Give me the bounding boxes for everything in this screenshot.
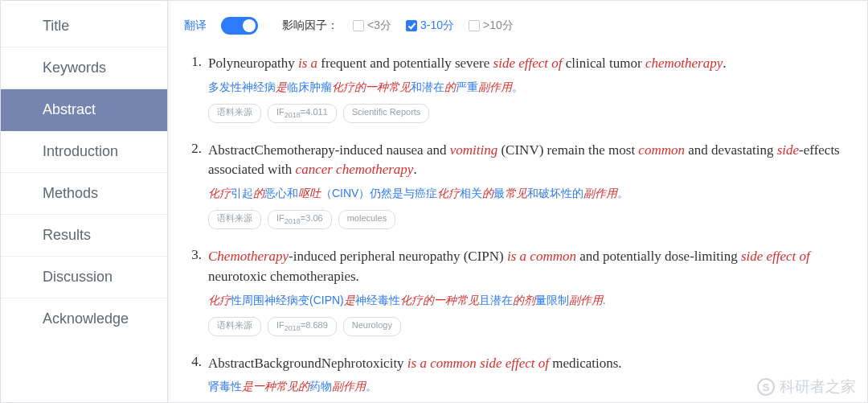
sidebar-item-acknowledge[interactable]: Acknowledge <box>1 298 167 339</box>
tag-if[interactable]: IF2018=4.011 <box>268 104 337 123</box>
tag-source[interactable]: 语料来源 <box>208 210 261 229</box>
watermark-text: 科研者之家 <box>780 376 856 397</box>
item-translation: 化疗引起的恶心和呕吐（CINV）仍然是与癌症化疗相关的最常见和破坏性的副作用。 <box>208 185 846 202</box>
filter-bar: 翻译 影响因子： <3分 3-10分 >10分 <box>184 17 846 35</box>
result-item: 1.Polyneuropathy is a frequent and poten… <box>184 54 846 123</box>
sidebar-item-discussion[interactable]: Discussion <box>1 257 167 298</box>
result-item: 4.AbstractBackgroundNephrotoxicity is a … <box>184 354 846 402</box>
translate-label: 翻译 <box>184 19 207 33</box>
sidebar-item-introduction[interactable]: Introduction <box>1 131 167 173</box>
watermark-icon: S <box>757 378 775 396</box>
sidebar-item-title[interactable]: Title <box>1 6 167 47</box>
result-item: 2.AbstractChemotherapy-induced nausea an… <box>184 141 846 229</box>
main-content: 翻译 影响因子： <3分 3-10分 >10分 1.Polyneuropathy… <box>168 1 867 402</box>
tag-if[interactable]: IF2018=3.06 <box>268 210 332 229</box>
item-english: Polyneuropathy is a frequent and potenti… <box>208 54 846 74</box>
item-translation: 化疗性周围神经病变(CIPN)是神经毒性化疗的一种常见且潜在的剂量限制副作用. <box>208 292 846 309</box>
tag-journal[interactable]: Scientific Reports <box>343 104 430 123</box>
item-translation: 肾毒性是一种常见的药物副作用。 <box>208 378 846 395</box>
item-translation: 多发性神经病是临床肿瘤化疗的一种常见和潜在的严重副作用。 <box>208 79 846 96</box>
item-english: Chemotherapy-induced peripheral neuropat… <box>208 247 846 286</box>
sidebar-item-keywords[interactable]: Keywords <box>1 47 167 89</box>
tag-source[interactable]: 语料来源 <box>208 317 261 336</box>
item-tags: 语料来源IF2018=8.689Neurology <box>208 317 846 336</box>
result-item: 3.Chemotherapy-induced peripheral neurop… <box>184 247 846 335</box>
item-number: 2. <box>184 141 202 229</box>
tag-source[interactable]: 语料来源 <box>208 104 261 123</box>
tag-journal[interactable]: Neurology <box>343 317 401 336</box>
item-english: AbstractBackgroundNephrotoxicity is a co… <box>208 354 846 374</box>
results-list: 1.Polyneuropathy is a frequent and poten… <box>184 54 846 402</box>
filter-gt10[interactable]: >10分 <box>469 19 514 33</box>
sidebar-item-abstract[interactable]: Abstract <box>1 89 167 131</box>
sidebar-item-results[interactable]: Results <box>1 215 167 257</box>
tag-if[interactable]: IF2018=8.689 <box>268 317 337 336</box>
filter-3to10[interactable]: 3-10分 <box>406 19 454 33</box>
filter-lt3[interactable]: <3分 <box>353 19 391 33</box>
section-sidebar: Title Keywords Abstract Introduction Met… <box>1 1 168 402</box>
watermark: S 科研者之家 <box>757 376 856 397</box>
sidebar-item-methods[interactable]: Methods <box>1 173 167 215</box>
tag-journal[interactable]: molecules <box>338 210 396 229</box>
item-number: 3. <box>184 247 202 335</box>
item-tags: 语料来源IF2018=3.06molecules <box>208 210 846 229</box>
item-number: 4. <box>184 354 202 402</box>
translate-toggle[interactable] <box>221 17 258 35</box>
item-english: AbstractChemotherapy-induced nausea and … <box>208 141 846 180</box>
item-number: 1. <box>184 54 202 123</box>
item-tags: 语料来源IF2018=4.011Scientific Reports <box>208 104 846 123</box>
if-label: 影响因子： <box>282 19 338 33</box>
